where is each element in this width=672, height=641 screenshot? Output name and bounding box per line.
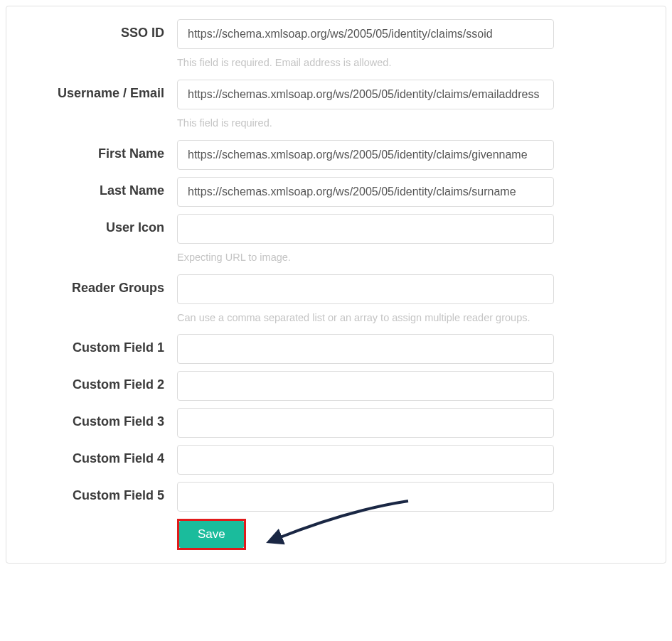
label-last-name: Last Name xyxy=(28,177,177,198)
input-username-email[interactable] xyxy=(177,80,554,109)
row-username-email: Username / Email This field is required. xyxy=(28,80,644,133)
row-custom-4: Custom Field 4 xyxy=(28,445,644,475)
input-custom-3[interactable] xyxy=(177,408,554,438)
label-reader-groups: Reader Groups xyxy=(28,274,177,296)
input-user-icon[interactable] xyxy=(177,214,554,244)
annotation-highlight-box: Save xyxy=(177,519,246,550)
row-reader-groups: Reader Groups Can use a comma separated … xyxy=(28,274,644,328)
label-custom-4: Custom Field 4 xyxy=(28,445,177,466)
label-first-name: First Name xyxy=(28,140,177,161)
label-username-email: Username / Email xyxy=(28,80,177,101)
label-sso-id: SSO ID xyxy=(28,19,177,41)
help-sso-id: This field is required. Email address is… xyxy=(177,56,554,70)
save-button[interactable]: Save xyxy=(179,521,244,548)
row-custom-1: Custom Field 1 xyxy=(28,334,644,364)
form-panel: SSO ID This field is required. Email add… xyxy=(6,6,666,564)
row-user-icon: User Icon Expecting URL to image. xyxy=(28,214,644,267)
help-reader-groups: Can use a comma separated list or an arr… xyxy=(177,311,554,325)
row-first-name: First Name xyxy=(28,140,644,170)
row-save: Save xyxy=(28,519,644,550)
help-user-icon: Expecting URL to image. xyxy=(177,251,554,264)
input-reader-groups[interactable] xyxy=(177,274,554,304)
row-sso-id: SSO ID This field is required. Email add… xyxy=(28,19,644,72)
label-custom-3: Custom Field 3 xyxy=(28,408,177,429)
input-sso-id[interactable] xyxy=(177,19,554,49)
label-custom-2: Custom Field 2 xyxy=(28,371,177,392)
label-custom-5: Custom Field 5 xyxy=(28,482,177,503)
input-custom-2[interactable] xyxy=(177,371,554,401)
input-custom-1[interactable] xyxy=(177,334,554,364)
label-user-icon: User Icon xyxy=(28,214,177,235)
input-custom-4[interactable] xyxy=(177,445,554,475)
row-last-name: Last Name xyxy=(28,177,644,207)
input-custom-5[interactable] xyxy=(177,482,554,512)
label-custom-1: Custom Field 1 xyxy=(28,334,177,355)
input-first-name[interactable] xyxy=(177,140,554,170)
help-username-email: This field is required. xyxy=(177,117,554,130)
row-custom-5: Custom Field 5 xyxy=(28,482,644,512)
input-last-name[interactable] xyxy=(177,177,554,207)
row-custom-2: Custom Field 2 xyxy=(28,371,644,401)
row-custom-3: Custom Field 3 xyxy=(28,408,644,438)
